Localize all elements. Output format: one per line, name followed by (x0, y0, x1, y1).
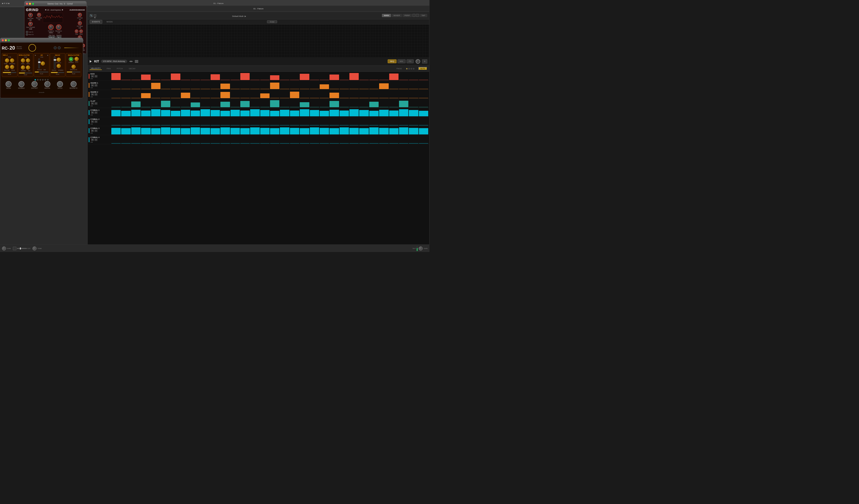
bar-4-6[interactable] (171, 111, 180, 116)
bar-7-17[interactable] (280, 143, 289, 143)
bar-2-21[interactable] (320, 98, 329, 98)
bar-0-23[interactable] (340, 80, 349, 80)
bar-6-30[interactable] (409, 128, 418, 134)
space-knob[interactable] (57, 81, 63, 87)
bar-5-30[interactable] (409, 125, 418, 125)
fx-btn[interactable]: FX (407, 59, 413, 63)
track-prev-0[interactable]: ◀ (90, 78, 91, 79)
transport-mode-btn[interactable] (13, 247, 16, 250)
bar-7-16[interactable] (270, 143, 280, 143)
bar-4-17[interactable] (280, 110, 289, 116)
bar-5-3[interactable] (141, 125, 150, 125)
falcon-tool-icon[interactable]: 🔧 (90, 14, 93, 17)
bar-2-30[interactable] (409, 98, 418, 98)
bar-1-1[interactable] (121, 89, 131, 89)
bar-4-31[interactable] (419, 111, 428, 116)
bar-2-13[interactable] (240, 98, 250, 98)
minimize-icon[interactable] (29, 3, 31, 5)
bar-6-16[interactable] (270, 128, 280, 134)
bar-4-0[interactable] (111, 110, 121, 116)
gate-threshold-knob[interactable] (28, 22, 33, 26)
bar-7-14[interactable] (250, 143, 259, 143)
bar-0-24[interactable] (349, 73, 359, 80)
falcon-tap-tab[interactable]: TAP (419, 14, 427, 17)
bar-1-19[interactable] (300, 89, 309, 89)
bar-1-7[interactable] (181, 89, 190, 89)
auto-button[interactable]: AUTO (418, 67, 427, 70)
bar-7-31[interactable] (419, 143, 428, 143)
distort-knob[interactable] (31, 81, 37, 87)
track-next-6[interactable]: ▶ (92, 132, 93, 134)
wave-on-checkbox[interactable]: Wave On (26, 33, 35, 35)
bar-2-31[interactable] (419, 98, 428, 98)
bar-4-4[interactable] (151, 109, 161, 116)
magnetic-knob[interactable] (71, 81, 77, 87)
bar-1-31[interactable] (419, 89, 428, 89)
bar-5-15[interactable] (260, 125, 270, 125)
bar-6-3[interactable] (141, 128, 150, 134)
bar-3-5[interactable] (161, 101, 170, 107)
bar-1-26[interactable] (369, 89, 379, 89)
bar-4-7[interactable] (181, 110, 190, 116)
gate-on-checkbox[interactable]: Gate On (26, 31, 35, 33)
bar-2-1[interactable] (121, 98, 131, 98)
bar-6-25[interactable] (359, 128, 368, 134)
bar-0-6[interactable] (171, 74, 180, 80)
bar-2-11[interactable] (221, 92, 230, 98)
bar-5-18[interactable] (290, 125, 299, 125)
bar-4-29[interactable] (399, 109, 408, 116)
bar-3-22[interactable] (330, 101, 339, 107)
input-gain-knob[interactable] (28, 13, 33, 17)
bar-6-20[interactable] (310, 127, 319, 134)
decay-flux-slider[interactable] (51, 72, 64, 73)
bar-0-9[interactable] (200, 80, 210, 80)
bar-5-11[interactable] (221, 125, 230, 125)
grind-next-arrow[interactable]: ▶ (62, 9, 63, 11)
bar-6-13[interactable] (240, 128, 250, 134)
bar-2-14[interactable] (250, 98, 259, 98)
track-next-7[interactable]: ▶ (92, 141, 93, 143)
wobble-knob[interactable] (18, 81, 25, 87)
bar-6-8[interactable] (191, 127, 200, 134)
bar-7-2[interactable] (131, 143, 140, 143)
bar-1-13[interactable] (240, 89, 250, 89)
bar-5-25[interactable] (359, 125, 368, 125)
bar-5-27[interactable] (379, 125, 389, 125)
bar-3-25[interactable] (359, 107, 368, 107)
events-tab[interactable]: EVENTS (90, 20, 102, 24)
mute-btn-1[interactable]: M (91, 84, 94, 87)
air-fader[interactable] (38, 58, 40, 68)
bar-4-22[interactable] (330, 110, 339, 116)
decay-predelay-knob[interactable] (57, 58, 61, 62)
bar-3-20[interactable] (310, 107, 319, 107)
bar-6-26[interactable] (369, 127, 379, 134)
rc20-toggle-1[interactable] (54, 46, 57, 49)
bar-1-22[interactable] (330, 89, 339, 89)
lfo-rate-knob[interactable] (78, 13, 82, 17)
solo-btn-6[interactable]: S (94, 129, 97, 132)
air-prev-nav[interactable]: ◀ (35, 55, 36, 56)
bar-6-9[interactable] (200, 128, 210, 134)
page-dot-4[interactable] (413, 68, 415, 70)
bar-2-9[interactable] (200, 98, 210, 98)
bar-5-20[interactable] (310, 125, 319, 125)
bar-1-4[interactable] (151, 83, 161, 89)
bar-3-7[interactable] (181, 107, 190, 107)
solo-btn-5[interactable]: S (94, 120, 97, 123)
bar-4-25[interactable] (359, 110, 368, 116)
bar-0-18[interactable] (290, 80, 299, 80)
bar-4-11[interactable] (221, 111, 230, 116)
rc20-close-icon[interactable] (2, 39, 4, 41)
pan-tab[interactable]: PAN (106, 67, 112, 70)
bar-7-15[interactable] (260, 143, 270, 143)
bar-4-3[interactable] (141, 110, 150, 116)
bar-5-5[interactable] (161, 125, 170, 125)
air-mix-knob[interactable] (41, 61, 45, 65)
solo-btn-1[interactable]: S (94, 84, 97, 87)
track-prev-3[interactable]: ◀ (90, 105, 91, 106)
bar-1-17[interactable] (280, 89, 289, 89)
freq-knob[interactable] (75, 29, 78, 33)
bar-6-18[interactable] (290, 128, 299, 134)
bar-0-11[interactable] (221, 80, 230, 80)
bar-6-17[interactable] (280, 127, 289, 134)
